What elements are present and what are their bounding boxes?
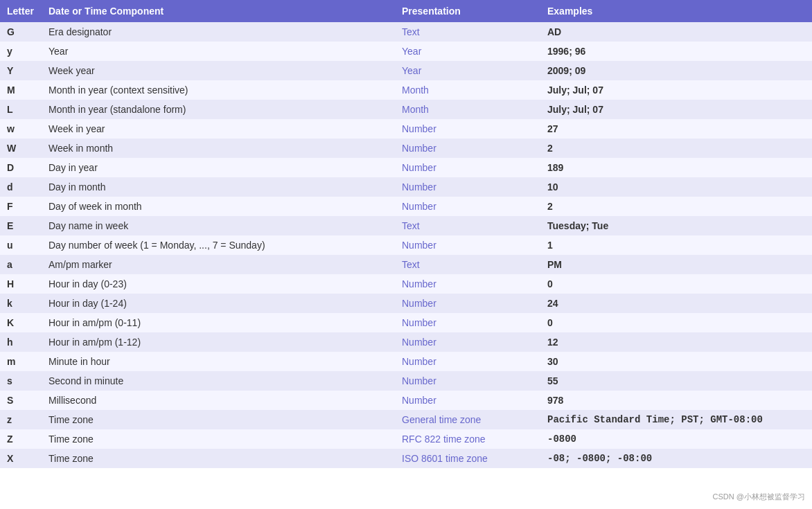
cell-component: Month in year (standalone form)	[42, 100, 395, 119]
table-row: yYearYear1996; 96	[0, 42, 812, 61]
cell-letter: H	[0, 274, 42, 294]
cell-examples: July; Jul; 07	[540, 100, 812, 119]
cell-component: Week year	[42, 61, 395, 80]
table-row: LMonth in year (standalone form)MonthJul…	[0, 100, 812, 119]
cell-letter: a	[0, 255, 42, 274]
cell-component: Second in minute	[42, 371, 395, 391]
cell-letter: u	[0, 235, 42, 255]
cell-presentation: Number	[395, 352, 540, 371]
cell-presentation: Year	[395, 61, 540, 80]
cell-presentation: Number	[395, 235, 540, 255]
date-format-table-container: Letter Date or Time Component Presentati…	[0, 0, 812, 468]
table-row: hHour in am/pm (1-12)Number12	[0, 332, 812, 352]
cell-presentation: Number	[395, 177, 540, 197]
cell-examples: 1	[540, 235, 812, 255]
cell-presentation: Year	[395, 42, 540, 61]
cell-component: Day name in week	[42, 216, 395, 235]
cell-examples: 0	[540, 274, 812, 294]
table-row: mMinute in hourNumber30	[0, 352, 812, 371]
table-row: GEra designatorTextAD	[0, 22, 812, 42]
cell-letter: E	[0, 216, 42, 235]
cell-letter: z	[0, 410, 42, 429]
cell-letter: W	[0, 139, 42, 158]
cell-examples: 0	[540, 313, 812, 332]
cell-examples: 24	[540, 294, 812, 313]
cell-presentation: Text	[395, 255, 540, 274]
header-examples: Examples	[540, 0, 812, 22]
cell-examples: 2	[540, 197, 812, 216]
cell-presentation: Number	[395, 274, 540, 294]
cell-presentation: Number	[395, 294, 540, 313]
table-row: YWeek yearYear2009; 09	[0, 61, 812, 80]
cell-presentation: Number	[395, 197, 540, 216]
cell-component: Week in month	[42, 139, 395, 158]
cell-presentation: Number	[395, 332, 540, 352]
table-row: XTime zoneISO 8601 time zone-08; -0800; …	[0, 449, 812, 468]
cell-presentation: Number	[395, 139, 540, 158]
table-row: FDay of week in monthNumber2	[0, 197, 812, 216]
table-row: zTime zoneGeneral time zonePacific Stand…	[0, 410, 812, 429]
header-presentation: Presentation	[395, 0, 540, 22]
table-row: MMonth in year (context sensitive)MonthJ…	[0, 80, 812, 100]
cell-examples: 12	[540, 332, 812, 352]
cell-presentation: Text	[395, 22, 540, 42]
cell-presentation: Text	[395, 216, 540, 235]
cell-letter: D	[0, 158, 42, 177]
cell-examples: Tuesday; Tue	[540, 216, 812, 235]
header-component: Date or Time Component	[42, 0, 395, 22]
table-row: aAm/pm markerTextPM	[0, 255, 812, 274]
cell-letter: s	[0, 371, 42, 391]
cell-examples: 189	[540, 158, 812, 177]
cell-presentation: RFC 822 time zone	[395, 429, 540, 449]
cell-presentation: Number	[395, 371, 540, 391]
cell-component: Minute in hour	[42, 352, 395, 371]
table-row: WWeek in monthNumber2	[0, 139, 812, 158]
cell-presentation: Number	[395, 313, 540, 332]
cell-examples: July; Jul; 07	[540, 80, 812, 100]
table-row: SMillisecondNumber978	[0, 391, 812, 410]
cell-letter: m	[0, 352, 42, 371]
cell-letter: K	[0, 313, 42, 332]
cell-examples: 978	[540, 391, 812, 410]
cell-letter: L	[0, 100, 42, 119]
cell-component: Time zone	[42, 410, 395, 429]
cell-component: Hour in day (0-23)	[42, 274, 395, 294]
cell-presentation: Month	[395, 100, 540, 119]
cell-component: Hour in am/pm (1-12)	[42, 332, 395, 352]
table-row: sSecond in minuteNumber55	[0, 371, 812, 391]
table-row: HHour in day (0-23)Number0	[0, 274, 812, 294]
cell-letter: G	[0, 22, 42, 42]
table-row: ZTime zoneRFC 822 time zone-0800	[0, 429, 812, 449]
cell-presentation: Number	[395, 391, 540, 410]
cell-examples: 1996; 96	[540, 42, 812, 61]
cell-letter: M	[0, 80, 42, 100]
cell-component: Hour in am/pm (0-11)	[42, 313, 395, 332]
cell-component: Time zone	[42, 449, 395, 468]
table-row: EDay name in weekTextTuesday; Tue	[0, 216, 812, 235]
cell-examples: Pacific Standard Time; PST; GMT-08:00	[540, 410, 812, 429]
cell-letter: X	[0, 449, 42, 468]
table-row: uDay number of week (1 = Monday, ..., 7 …	[0, 235, 812, 255]
cell-examples: -08; -0800; -08:00	[540, 449, 812, 468]
cell-presentation: General time zone	[395, 410, 540, 429]
table-row: DDay in yearNumber189	[0, 158, 812, 177]
cell-examples: 30	[540, 352, 812, 371]
cell-letter: F	[0, 197, 42, 216]
cell-component: Time zone	[42, 429, 395, 449]
table-row: KHour in am/pm (0-11)Number0	[0, 313, 812, 332]
table-row: wWeek in yearNumber27	[0, 119, 812, 139]
cell-component: Hour in day (1-24)	[42, 294, 395, 313]
cell-component: Month in year (context sensitive)	[42, 80, 395, 100]
cell-letter: w	[0, 119, 42, 139]
cell-letter: h	[0, 332, 42, 352]
cell-component: Millisecond	[42, 391, 395, 410]
cell-component: Week in year	[42, 119, 395, 139]
cell-presentation: Number	[395, 158, 540, 177]
cell-examples: 2	[540, 139, 812, 158]
cell-presentation: ISO 8601 time zone	[395, 449, 540, 468]
cell-component: Era designator	[42, 22, 395, 42]
cell-component: Year	[42, 42, 395, 61]
cell-component: Day number of week (1 = Monday, ..., 7 =…	[42, 235, 395, 255]
cell-examples: PM	[540, 255, 812, 274]
table-header-row: Letter Date or Time Component Presentati…	[0, 0, 812, 22]
